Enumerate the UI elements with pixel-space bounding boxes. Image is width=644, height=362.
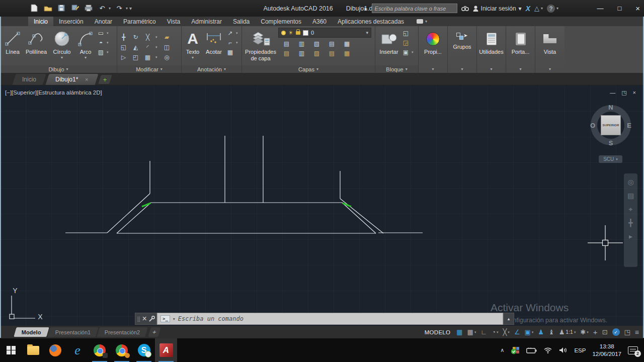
maximize-button[interactable]: □ [617, 5, 621, 12]
hatch-tool-icon[interactable]: ▨ [97, 48, 105, 56]
layer-thaw-all-icon[interactable]: ▧ [312, 49, 321, 57]
annotation-autoscale-toggle[interactable]: ♝ [548, 329, 554, 335]
polar-tracking-toggle[interactable]: ◔▾ [492, 329, 498, 335]
ribbon-tab-anotar[interactable]: Anotar [89, 17, 118, 26]
arc-tool-button[interactable]: Arco ▾ [75, 28, 96, 61]
signin-dropdown-icon[interactable]: ▾ [519, 5, 522, 12]
ribbon-tab-complementos[interactable]: Complementos [255, 17, 307, 26]
scale-tool-icon[interactable]: ◰ [131, 53, 140, 61]
trim-tool-icon[interactable]: ╳ [143, 33, 152, 41]
vp-restore-icon[interactable]: ◳ [621, 89, 626, 96]
polyline-tool-button[interactable]: Polilínea [24, 28, 48, 56]
edit-block-icon[interactable]: ◲ [401, 39, 410, 47]
minimize-button[interactable]: — [597, 5, 603, 12]
line-tool-button[interactable]: Línea [2, 28, 23, 56]
stretch-tool-icon[interactable]: ▷ [119, 53, 128, 61]
rotate-tool-icon[interactable]: ↻ [131, 33, 140, 41]
file-explorer-button[interactable] [22, 338, 44, 362]
layer-walk-icon[interactable]: ▥ [297, 49, 306, 57]
layer-dropdown-icon[interactable]: ▾ [366, 30, 368, 35]
ellipse-tool-icon[interactable]: ◓ [97, 39, 105, 47]
chrome-button-2[interactable] [111, 338, 133, 362]
layer-prev-icon[interactable]: ▦ [343, 49, 351, 57]
command-close-icon[interactable]: × [142, 314, 146, 323]
autocad-taskbar-button[interactable]: A [155, 338, 177, 362]
language-indicator[interactable]: ESP [574, 347, 586, 353]
viewcube-south[interactable]: S [609, 139, 613, 147]
showmotion-icon[interactable]: ▸ [629, 233, 632, 240]
object-snap-tracking-toggle[interactable]: ∠ [514, 329, 520, 335]
layer-current-icon[interactable]: ▦ [343, 40, 351, 48]
zoom-icon[interactable]: ⌖ [629, 206, 633, 213]
block-attrib-icon[interactable]: ▣ [401, 48, 410, 56]
viewcube-east[interactable]: E [627, 122, 631, 129]
text-dropdown-icon[interactable]: ▾ [192, 55, 194, 60]
ortho-mode-toggle[interactable]: ∟ [480, 329, 487, 335]
layer-match-icon[interactable]: ▥ [297, 40, 306, 48]
wifi-icon[interactable] [543, 347, 552, 353]
new-layout-button[interactable]: + [148, 327, 160, 337]
panel-portapapeles[interactable]: Porta... ▾ [506, 26, 535, 73]
viewcube-top-face[interactable]: SUPERIOR [601, 115, 621, 135]
vista-expand-icon[interactable]: ▾ [549, 67, 551, 71]
fillet-tool-icon[interactable]: ◜ [143, 43, 152, 51]
save-as-button[interactable] [70, 3, 80, 13]
file-tab-inicio[interactable]: Inicio [12, 74, 46, 85]
tray-expand-chevron[interactable]: ∧ [500, 347, 504, 353]
layer-select[interactable]: ☀ 0 ▾ [278, 28, 371, 38]
circle-dropdown-icon[interactable]: ▾ [61, 55, 63, 60]
vp-minimize-icon[interactable]: — [610, 89, 615, 96]
redo-button[interactable]: ↷ [114, 3, 124, 13]
layer-isolate-icon[interactable]: ▧ [312, 40, 321, 48]
leader-tool-icon[interactable]: ↗ [226, 29, 234, 37]
panel-label-modificar[interactable]: Modificar▾ [117, 65, 181, 73]
sync-status-icon[interactable] [511, 346, 520, 354]
firefox-button[interactable] [44, 338, 66, 362]
panel-label-anotacion[interactable]: Anotación▾ [182, 65, 242, 73]
file-tab-dibujo1[interactable]: Dibujo1*× [45, 74, 98, 85]
isolate-objects-button[interactable]: ⊡ [602, 329, 608, 335]
panel-utilidades[interactable]: Utilidades ▾ [477, 26, 506, 73]
insert-block-button[interactable]: Insertar [377, 28, 400, 56]
a360-icon[interactable]: △▾ [534, 5, 543, 12]
notification-center-button[interactable]: 2 [628, 346, 638, 354]
ucs-selector-button[interactable]: SCU▾ [599, 155, 622, 163]
ribbon-tab-administrar[interactable]: Administrar [186, 17, 227, 26]
annotation-scale-button[interactable]: ♟1:1▾ [559, 329, 576, 335]
navigation-bar[interactable]: ◎ ▤ ⌖ ╋ ▸ [624, 173, 637, 267]
offset-tool-icon[interactable]: ◎ [163, 53, 171, 61]
panel-propiedades[interactable]: Propi... ▾ [419, 26, 448, 73]
drawing-canvas[interactable]: YX [−][Superior][Estructura alámbrica 2D… [0, 85, 644, 326]
erase-tool-icon[interactable]: ▰ [163, 33, 171, 41]
copy-tool-icon[interactable]: ◱ [119, 43, 128, 51]
ribbon-tab-aplicaciones[interactable]: Aplicaciones destacadas [332, 17, 410, 26]
ribbon-tab-a360[interactable]: A360 [307, 17, 332, 26]
search-input[interactable] [372, 4, 457, 13]
layout-tab-modelo[interactable]: Modelo [14, 327, 49, 337]
panel-label-bloque[interactable]: Bloque▾ [375, 65, 418, 73]
viewcube[interactable]: N O E S SUPERIOR [591, 105, 631, 145]
array-tool-icon[interactable]: ▦ [143, 53, 152, 61]
arc-dropdown-icon[interactable]: ▾ [85, 55, 87, 60]
skype-button[interactable]: S [133, 338, 155, 362]
grid-display-toggle[interactable]: ▦ [456, 329, 462, 335]
save-button[interactable] [56, 3, 66, 13]
circle-tool-button[interactable]: Círculo ▾ [49, 28, 74, 61]
text-tool-button[interactable]: A Texto ▾ [184, 28, 202, 61]
panel-vista[interactable]: Vista ▾ [535, 26, 565, 73]
vp-close-icon[interactable]: × [633, 89, 636, 96]
clean-screen-button[interactable]: ◳ [624, 329, 630, 335]
command-history-toggle[interactable]: ▴ [503, 313, 514, 325]
table-tool-icon[interactable]: ▦ [226, 48, 234, 56]
ribbon-tab-vista[interactable]: Vista [162, 17, 186, 26]
search-binoculars-icon[interactable] [461, 6, 469, 11]
viewcube-north[interactable]: N [608, 104, 613, 111]
layer-off-icon[interactable]: ▤ [282, 40, 291, 48]
command-recent-dropdown-icon[interactable]: ▾ [173, 317, 175, 321]
ribbon-tab-insercion[interactable]: Inserción [53, 17, 89, 26]
file-tab-close-icon[interactable]: × [85, 76, 88, 82]
new-file-button[interactable] [29, 3, 39, 13]
viewcube-west[interactable]: O [590, 122, 595, 129]
qat-customize-icon[interactable]: ▾ [129, 6, 132, 11]
ribbon-display-toggle[interactable]: ▾ [417, 17, 427, 26]
